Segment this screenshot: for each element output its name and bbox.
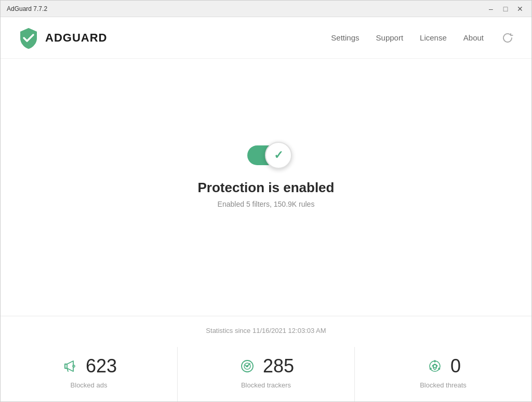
stat-threats-row: 0 [425, 355, 461, 377]
nav-about[interactable]: About [463, 33, 484, 42]
protection-status-title: Protection is enabled [198, 180, 335, 196]
stat-blocked-trackers: 285 Blocked trackers [178, 347, 355, 401]
close-button[interactable]: ✕ [515, 4, 525, 14]
stat-ads-row: 623 [61, 355, 117, 377]
protection-status-subtitle: Enabled 5 filters, 150.9K rules [218, 200, 315, 208]
refresh-button[interactable] [500, 31, 515, 45]
window-controls: – □ ✕ [486, 4, 525, 14]
blocked-threats-label: Blocked threats [420, 381, 467, 389]
blocked-ads-count: 623 [86, 355, 117, 377]
blocked-trackers-icon [238, 357, 257, 376]
stat-trackers-row: 285 [238, 355, 294, 377]
logo-area: ADGUARD [17, 26, 107, 49]
nav-license[interactable]: License [420, 33, 447, 42]
check-icon: ✓ [274, 149, 283, 162]
blocked-threats-count: 0 [450, 355, 461, 377]
title-bar: AdGuard 7.7.2 – □ ✕ [1, 1, 531, 17]
maximize-button[interactable]: □ [500, 4, 511, 14]
adguard-logo-icon [17, 26, 40, 49]
blocked-ads-icon [61, 357, 79, 376]
blocked-ads-label: Blocked ads [71, 381, 108, 389]
blocked-trackers-label: Blocked trackers [241, 381, 291, 389]
toggle-thumb: ✓ [265, 142, 292, 169]
logo-text: ADGUARD [45, 31, 107, 45]
stats-grid: 623 Blocked ads [1, 347, 531, 401]
stat-blocked-threats: 0 Blocked threats [355, 347, 531, 401]
nav-settings[interactable]: Settings [331, 33, 359, 42]
app-header: ADGUARD Settings Support License About [1, 17, 531, 59]
protection-toggle-area: ✓ [247, 145, 285, 165]
stats-label: Statistics since 11/16/2021 12:03:03 AM [1, 327, 531, 334]
stats-section: Statistics since 11/16/2021 12:03:03 AM [1, 316, 531, 401]
nav-support[interactable]: Support [376, 33, 404, 42]
blocked-threats-icon [425, 357, 444, 376]
app-window: ADGUARD Settings Support License About ✓ [1, 17, 531, 401]
nav-links: Settings Support License About [331, 31, 515, 45]
stat-blocked-ads: 623 Blocked ads [1, 347, 178, 401]
protection-toggle[interactable]: ✓ [247, 145, 285, 165]
minimize-button[interactable]: – [486, 4, 496, 14]
svg-point-1 [73, 365, 75, 367]
main-content: ✓ Protection is enabled Enabled 5 filter… [1, 59, 531, 316]
app-title: AdGuard 7.7.2 [7, 5, 47, 12]
blocked-trackers-count: 285 [263, 355, 294, 377]
